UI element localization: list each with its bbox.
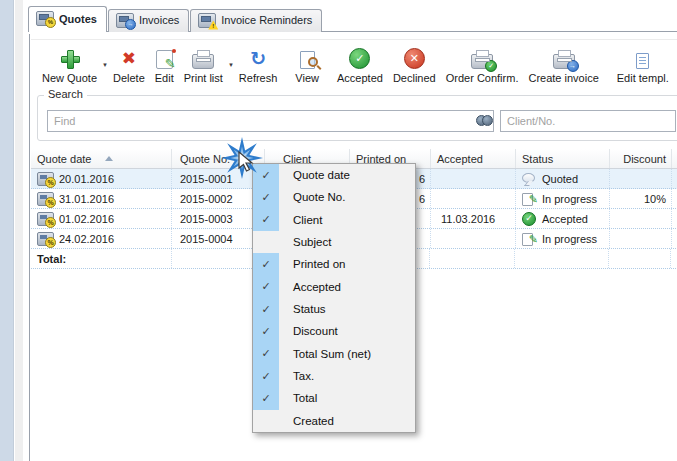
declined-x-icon (404, 48, 425, 69)
accepted-cell (431, 229, 516, 248)
checkmark-icon (253, 365, 279, 387)
edit-template-icon (636, 53, 649, 69)
menu-item-label: Quote date (279, 169, 350, 181)
status-icon (522, 232, 537, 246)
arrow-badge-icon: → (567, 60, 579, 72)
button-label: Print list (184, 72, 223, 84)
column-label: Accepted (437, 153, 483, 165)
percent-badge-icon: % (45, 17, 56, 28)
menu-item-label: Client (279, 214, 322, 226)
menu-item-label: Total Sum (net) (279, 348, 371, 360)
tab-quotes[interactable]: % Quotes (28, 6, 107, 32)
button-label: Order Confirm. (446, 72, 519, 84)
button-label: Edit templ. (617, 72, 669, 84)
status-icon (522, 172, 537, 186)
quote-date-cell: 01.02.2016 (59, 210, 114, 228)
menu-item[interactable]: Quote date (253, 164, 415, 186)
menu-item[interactable]: Discount (253, 320, 415, 342)
status-icon (522, 192, 537, 206)
left-panel-strip (0, 0, 13, 461)
menu-item[interactable]: Printed on (253, 253, 415, 275)
quote-date-cell: 24.02.2016 (59, 230, 114, 248)
button-label: Delete (113, 72, 145, 84)
checkmark-icon (253, 298, 279, 320)
accepted-check-icon (349, 48, 370, 69)
edit-template-button[interactable]: Edit templ. (612, 43, 674, 87)
find-input[interactable] (47, 110, 494, 132)
column-header-quote-date[interactable]: Quote date (31, 149, 172, 168)
edit-pencil-icon (156, 50, 173, 69)
tab-bar: % Quotes → Invoices Invoice Reminders (28, 9, 323, 32)
accepted-button[interactable]: Accepted (332, 43, 388, 87)
binoculars-icon (476, 115, 494, 126)
search-groupbox: Search (37, 95, 677, 141)
invoices-icon: → (116, 13, 134, 28)
menu-item-label: Created (279, 415, 334, 427)
status-cell: Quoted (542, 170, 578, 188)
toolbar: New Quote Delete Edit Print list (31, 39, 677, 90)
printer-icon (192, 54, 214, 69)
column-label: Status (522, 153, 553, 165)
order-confirm-button[interactable]: ✓ Order Confirm. (441, 43, 524, 87)
print-list-button[interactable]: Print list (179, 43, 228, 87)
menu-item[interactable]: Accepted (253, 276, 415, 298)
column-header-discount[interactable]: Discount (610, 149, 672, 168)
menu-item-label: Subject (279, 236, 331, 248)
checkmark-icon (253, 320, 279, 342)
menu-item[interactable]: Total (253, 387, 415, 409)
status-cell: Accepted (542, 210, 588, 228)
declined-button[interactable]: Declined (388, 43, 441, 87)
new-quote-button[interactable]: New Quote (37, 43, 102, 87)
view-magnifier-icon (300, 51, 315, 69)
checkmark-icon (253, 186, 279, 208)
menu-item-label: Printed on (279, 258, 345, 270)
tab-label: Quotes (59, 13, 97, 25)
app-window: % Quotes → Invoices Invoice Reminders Ne… (0, 0, 677, 461)
view-button[interactable]: View (290, 43, 324, 87)
quote-icon (37, 192, 54, 206)
column-label: Quote No. (180, 153, 230, 165)
total-label: Total: (31, 249, 172, 268)
menu-item-label: Tax. (279, 370, 314, 382)
sort-ascending-icon (105, 156, 113, 161)
menu-item-label: Quote No. (279, 191, 345, 203)
tab-label: Invoice Reminders (221, 14, 312, 26)
client-no-input[interactable] (500, 110, 676, 132)
menu-item[interactable]: Client (253, 209, 415, 231)
button-label: Declined (393, 72, 436, 84)
checkmark-icon (253, 276, 279, 298)
column-header-accepted[interactable]: Accepted (431, 149, 516, 168)
tab-invoice-reminders[interactable]: Invoice Reminders (190, 9, 322, 32)
checkmark-icon (253, 164, 279, 186)
status-cell: In progress (542, 230, 597, 248)
invoice-reminders-icon (198, 13, 216, 28)
menu-item[interactable]: Tax. (253, 365, 415, 387)
refresh-button[interactable]: Refresh (234, 43, 283, 87)
button-label: Accepted (337, 72, 383, 84)
column-chooser-menu: Quote date Quote No. Client Subject Prin… (252, 163, 416, 433)
menu-item[interactable]: Created (253, 410, 415, 432)
accepted-cell (431, 169, 516, 188)
column-label: Discount (623, 153, 666, 165)
edit-button[interactable]: Edit (150, 43, 179, 87)
quote-icon (37, 212, 54, 226)
menu-item[interactable]: Total Sum (net) (253, 343, 415, 365)
tab-invoices[interactable]: → Invoices (108, 9, 189, 32)
button-label: Edit (155, 72, 174, 84)
new-quote-plus-icon (60, 49, 80, 69)
menu-item[interactable]: Subject (253, 231, 415, 253)
create-invoice-button[interactable]: → Create invoice (523, 43, 603, 87)
column-label: Quote date (37, 153, 91, 165)
menu-item-label: Discount (279, 325, 338, 337)
check-badge-icon: ✓ (485, 60, 497, 72)
menu-item[interactable]: Quote No. (253, 186, 415, 208)
column-header-status[interactable]: Status (516, 149, 610, 168)
accepted-cell: 11.03.2016 (431, 209, 516, 228)
delete-button[interactable]: Delete (108, 43, 150, 87)
status-icon (522, 212, 537, 226)
menu-item[interactable]: Status (253, 298, 415, 320)
delete-x-icon (122, 49, 136, 69)
checkmark-icon (253, 231, 279, 253)
warning-badge-icon (208, 21, 218, 30)
quote-icon (37, 232, 54, 246)
